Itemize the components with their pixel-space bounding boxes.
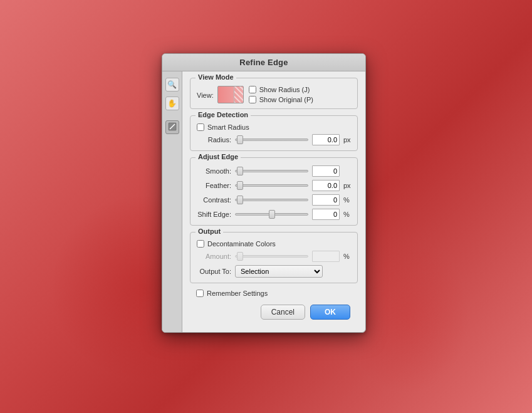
- radius-label: Radius:: [197, 136, 231, 144]
- adjust-edge-section: Adjust Edge Smooth: Feather:: [190, 157, 358, 226]
- contrast-slider[interactable]: [235, 199, 308, 201]
- shift-edge-slider-thumb[interactable]: [269, 210, 275, 219]
- show-radius-row[interactable]: Show Radius (J): [249, 86, 313, 93]
- radius-slider[interactable]: [235, 139, 308, 141]
- decontaminate-checkbox[interactable]: [197, 240, 204, 248]
- contrast-unit: %: [343, 196, 351, 204]
- radius-row: Radius: 0.0 px: [197, 134, 351, 145]
- output-to-label: Output To:: [197, 268, 231, 275]
- show-radius-checkbox[interactable]: [249, 86, 256, 93]
- amount-slider: [235, 255, 308, 258]
- brush-icon: [168, 122, 177, 132]
- dialog-buttons: Cancel OK: [190, 301, 358, 326]
- remember-settings-row: Remember Settings: [196, 290, 352, 297]
- radius-slider-thumb[interactable]: [237, 135, 243, 144]
- amount-unit: %: [343, 253, 351, 260]
- feather-row: Feather: px: [197, 180, 351, 191]
- decontaminate-label: Decontaminate Colors: [207, 240, 276, 248]
- hand-tool-button[interactable]: ✋: [165, 97, 179, 110]
- dialog-wrapper: Refine Edge 🔍 ✋: [162, 53, 366, 333]
- smooth-row: Smooth:: [197, 165, 351, 177]
- feather-slider-thumb[interactable]: [237, 181, 243, 190]
- shift-edge-slider[interactable]: [235, 213, 308, 216]
- view-label: View:: [197, 91, 214, 99]
- tool-column: 🔍 ✋: [162, 71, 182, 332]
- contrast-input[interactable]: [312, 194, 340, 206]
- dialog-titlebar: Refine Edge: [162, 54, 365, 71]
- radius-input[interactable]: 0.0: [312, 134, 340, 145]
- contrast-row: Contrast: %: [197, 194, 351, 206]
- dialog-title: Refine Edge: [239, 58, 288, 67]
- smooth-input[interactable]: [312, 165, 340, 177]
- smooth-slider[interactable]: [235, 170, 308, 172]
- smart-radius-row: Smart Radius: [197, 123, 351, 131]
- feather-slider[interactable]: [235, 184, 308, 187]
- decontaminate-row: Decontaminate Colors: [197, 240, 351, 248]
- checkbox-group: Show Radius (J) Show Original (P): [249, 86, 313, 103]
- edge-detection-title: Edge Detection: [196, 111, 251, 118]
- shift-edge-row: Shift Edge: %: [197, 209, 351, 220]
- contrast-label: Contrast:: [197, 196, 231, 204]
- smart-radius-checkbox[interactable]: [197, 123, 204, 131]
- feather-input[interactable]: [312, 180, 340, 191]
- zoom-tool-button[interactable]: 🔍: [165, 78, 179, 91]
- show-original-row[interactable]: Show Original (P): [249, 96, 313, 103]
- feather-label: Feather:: [197, 182, 231, 189]
- shift-edge-unit: %: [343, 211, 351, 218]
- view-thumbnail[interactable]: [217, 86, 244, 103]
- shift-edge-label: Shift Edge:: [197, 211, 231, 218]
- output-title: Output: [196, 227, 223, 235]
- cancel-button[interactable]: Cancel: [261, 305, 305, 320]
- view-mode-title: View Mode: [196, 73, 236, 81]
- amount-row: Amount: %: [197, 251, 351, 262]
- show-radius-label: Show Radius (J): [259, 86, 310, 93]
- hand-icon: ✋: [167, 99, 177, 108]
- amount-label: Amount:: [197, 253, 231, 260]
- show-original-label: Show Original (P): [259, 96, 313, 103]
- dialog-body: 🔍 ✋: [162, 71, 365, 332]
- remember-settings-label: Remember Settings: [207, 290, 268, 297]
- smooth-slider-thumb[interactable]: [237, 167, 243, 175]
- brush-tool-button[interactable]: [165, 120, 179, 134]
- adjust-edge-title: Adjust Edge: [196, 153, 241, 160]
- zoom-icon: 🔍: [167, 80, 177, 89]
- view-mode-row: View: Show Radius (J) Show Original (P): [197, 86, 351, 103]
- output-to-row: Output To: Selection Layer Mask New Laye…: [197, 265, 351, 278]
- show-original-checkbox[interactable]: [249, 96, 256, 103]
- refine-edge-dialog: Refine Edge 🔍 ✋: [162, 53, 366, 333]
- amount-input: [312, 251, 340, 262]
- amount-slider-thumb: [237, 252, 243, 261]
- ok-button[interactable]: OK: [310, 305, 350, 320]
- output-to-select[interactable]: Selection Layer Mask New Layer New Layer…: [235, 265, 323, 278]
- view-mode-section: View Mode View: Show Radius (J) Show Ori: [190, 78, 358, 109]
- smooth-label: Smooth:: [197, 167, 231, 175]
- radius-unit: px: [343, 136, 351, 144]
- remember-settings-checkbox[interactable]: [196, 290, 204, 297]
- contrast-slider-thumb[interactable]: [237, 196, 243, 204]
- feather-unit: px: [343, 182, 351, 189]
- edge-detection-section: Edge Detection Smart Radius Radius: 0.0 …: [190, 115, 358, 151]
- smart-radius-label: Smart Radius: [207, 123, 249, 131]
- output-section: Output Decontaminate Colors Amount: %: [190, 232, 358, 283]
- shift-edge-input[interactable]: [312, 209, 340, 220]
- main-content: View Mode View: Show Radius (J) Show Ori: [182, 71, 365, 332]
